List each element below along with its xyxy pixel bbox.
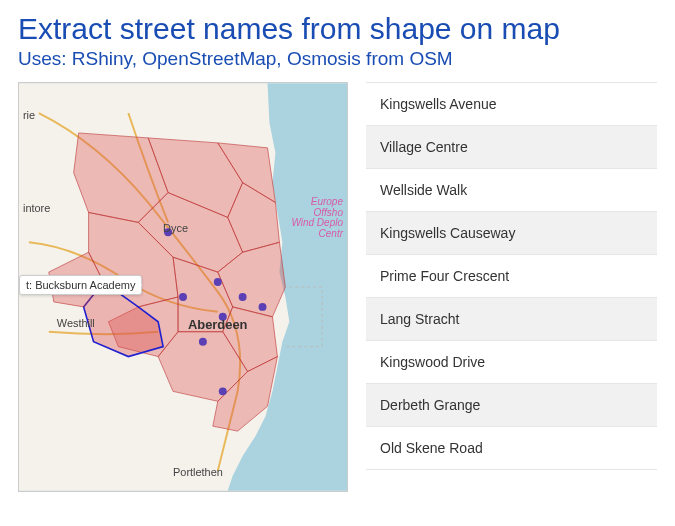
list-item[interactable]: Old Skene Road	[366, 427, 657, 470]
page-subtitle: Uses: RShiny, OpenStreetMap, Osmosis fro…	[18, 48, 657, 70]
list-item[interactable]: Kingswood Drive	[366, 341, 657, 384]
svg-point-6	[259, 303, 267, 311]
svg-point-2	[214, 278, 222, 286]
list-item[interactable]: Kingswells Avenue	[366, 82, 657, 126]
map-label-aberdeen: Aberdeen	[188, 317, 248, 332]
map-panel[interactable]: rie intore Dyce Aberdeen Westhill Portle…	[18, 82, 348, 492]
content-area: rie intore Dyce Aberdeen Westhill Portle…	[0, 76, 675, 498]
map-label-kintore: intore	[23, 202, 50, 214]
list-item[interactable]: Lang Stracht	[366, 298, 657, 341]
svg-point-4	[239, 293, 247, 301]
svg-point-3	[179, 293, 187, 301]
map-tooltip: t: Bucksburn Academy	[19, 275, 142, 295]
map-label-rie: rie	[23, 109, 35, 121]
header: Extract street names from shape on map U…	[0, 0, 675, 76]
map-overlay-label-offshore: Europe Offsho Wind Deplo Centr	[291, 197, 343, 239]
svg-point-8	[219, 387, 227, 395]
list-item[interactable]: Kingswells Causeway	[366, 212, 657, 255]
map-label-dyce: Dyce	[163, 222, 188, 234]
street-list: Kingswells Avenue Village Centre Wellsid…	[366, 82, 657, 492]
list-item[interactable]: Prime Four Crescent	[366, 255, 657, 298]
map-label-westhill: Westhill	[57, 317, 95, 329]
page-title: Extract street names from shape on map	[18, 12, 657, 46]
list-item[interactable]: Village Centre	[366, 126, 657, 169]
svg-point-7	[199, 338, 207, 346]
map-label-portlethen: Portlethen	[173, 466, 223, 478]
list-item[interactable]: Wellside Walk	[366, 169, 657, 212]
list-item[interactable]: Derbeth Grange	[366, 384, 657, 427]
